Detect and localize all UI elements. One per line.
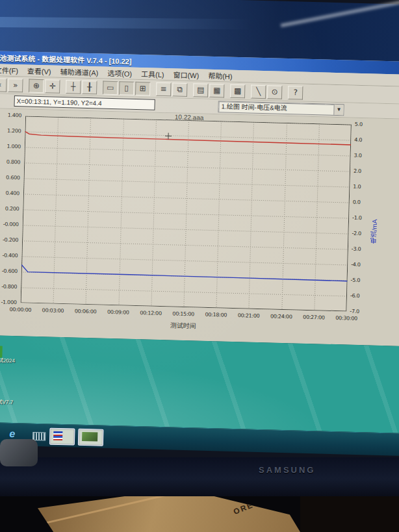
monitor-bezel: SAMSUNG (0, 457, 399, 496)
desktop-icon-label: 电池测试2024 (0, 357, 23, 364)
chart-plot-area[interactable] (21, 116, 352, 311)
desktop-icon-label: 电池测试V7.7 (0, 399, 22, 406)
cursor-vertical-icon: ╂ (87, 82, 92, 91)
pan-tool-button[interactable]: ✛ (45, 79, 60, 94)
y-right-tick-label: 5.0 (355, 121, 374, 128)
y-left-tick-label: 0.600 (0, 174, 20, 181)
grid-toggle-icon: ▩ (234, 86, 242, 95)
y-left-tick-label: 0.400 (0, 190, 19, 196)
x-tick-label: 00:24:00 (264, 313, 298, 320)
y-left-tick-label: 0.200 (0, 205, 19, 212)
table-icon: ▤ (197, 85, 205, 94)
menu-item-7[interactable]: 帮助(H) (203, 70, 237, 81)
plot-type-value: 1.绘图 时间-电压&电流 (218, 101, 333, 115)
chart-svg (21, 116, 352, 311)
x-tick-label: 00:15:00 (166, 310, 200, 317)
y-right-tick-label: 4.0 (354, 137, 374, 144)
y-right-tick-label: -4.0 (351, 262, 370, 268)
layout-grid-icon: ⊞ (140, 84, 146, 93)
nav-back-icon: « (0, 80, 2, 89)
annotate-line-button[interactable]: ╲ (251, 84, 266, 99)
y-left-tick-label: 1.400 (0, 112, 21, 118)
menu-item-3[interactable]: 辅助通道(A) (55, 66, 103, 78)
y-right-tick-label: 1.0 (353, 184, 372, 190)
y-left-tick-label: -0.000 (0, 221, 19, 227)
x-tick-label: 00:06:00 (69, 308, 103, 314)
report-icon: ⧉ (177, 84, 183, 94)
zoom-select-icon: ⊕ (33, 81, 40, 90)
annotate-line-icon: ╲ (256, 86, 261, 95)
y-left-tick-label: 1.000 (0, 143, 21, 149)
plot-type-select[interactable]: 1.绘图 时间-电压&电流 ▼ (218, 101, 344, 116)
nav-forward-icon: » (13, 80, 18, 89)
cursor-horizontal-icon: ┼ (71, 82, 76, 91)
channel-view-button[interactable]: ▦ (209, 83, 225, 97)
x-tick-label: 00:03:00 (36, 307, 70, 314)
scene-shadow (300, 496, 399, 532)
chart-panel: 10.22.aaa 电压/V 电流/mA 测试时间 1.4001.2001.00… (0, 108, 399, 346)
menu-item-2[interactable]: 查看(V) (23, 65, 56, 76)
layout-vertical-icon: ▯ (124, 83, 129, 92)
chevron-down-icon[interactable]: ▼ (333, 105, 343, 115)
y-right-tick-label: -2.0 (352, 231, 371, 237)
app-thumbnail-icon (82, 432, 97, 442)
x-tick-label: 00:27:00 (297, 314, 331, 320)
menu-item-4[interactable]: 选项(O) (103, 68, 136, 79)
y-right-tick-label: -1.0 (352, 215, 372, 222)
data-list-icon: ≡ (161, 84, 167, 93)
layout-single-icon: ▭ (107, 82, 114, 92)
y-left-tick-label: -0.200 (0, 236, 18, 243)
nav-forward-button[interactable]: » (8, 78, 23, 92)
y-left-tick-label: -1.000 (0, 299, 17, 305)
taskbar-app-button-1[interactable] (49, 428, 75, 446)
y-right-tick-label: 3.0 (354, 153, 374, 159)
cursor-vertical-button[interactable]: ╂ (82, 80, 97, 94)
y-left-tick-label: -0.600 (0, 268, 18, 274)
table-button[interactable]: ▤ (193, 83, 209, 97)
desktop-icon-2[interactable]: 电池测试V7.7 (0, 383, 22, 406)
monitor-stand (0, 439, 38, 466)
menu-item-6[interactable]: 窗口(W) (168, 69, 203, 80)
menu-item-1[interactable]: 文件(F) (0, 64, 23, 75)
y-left-tick-label: -0.400 (0, 252, 18, 259)
desktop-icon-1[interactable]: 电池测试2024 (0, 342, 23, 364)
y-left-tick-label: -0.800 (0, 283, 17, 290)
report-button[interactable]: ⧉ (172, 82, 188, 97)
layout-vertical-button[interactable]: ▯ (119, 81, 135, 95)
monitor-brand-logo: SAMSUNG (259, 465, 315, 475)
x-tick-label: 00:12:00 (134, 310, 168, 316)
search-button[interactable]: ⊙ (267, 85, 283, 99)
nav-back-button[interactable]: « (0, 78, 7, 92)
ie-browser-icon[interactable]: e (9, 428, 15, 440)
menu-item-5[interactable]: 工具(L) (136, 68, 169, 79)
data-list-button[interactable]: ≡ (156, 82, 172, 96)
y-left-tick-label: 1.200 (0, 127, 21, 134)
app-window: 电池测试系统 - 数据处理软件 V.7.4 - [10.22] 文件(F)查看(… (0, 51, 399, 346)
search-icon: ⊙ (271, 87, 277, 96)
y-right-tick-label: -3.0 (352, 246, 371, 253)
x-tick-label: 00:30:00 (329, 315, 363, 322)
y-right-tick-label: -5.0 (351, 277, 370, 284)
taskbar-app-button-2[interactable] (78, 429, 104, 446)
cursor-readout: X=00:13:11, Y=1.190, Y2=4.4 (14, 95, 155, 110)
pan-tool-icon: ✛ (49, 81, 56, 90)
layout-single-button[interactable]: ▭ (103, 81, 118, 95)
channel-view-icon: ▦ (213, 86, 221, 95)
y-left-tick-label: 0.800 (0, 158, 20, 165)
app-thumbnail-icon (53, 431, 62, 440)
y-right-tick-label: 0.0 (353, 199, 372, 206)
x-tick-label: 00:09:00 (101, 309, 135, 316)
grid-toggle-button[interactable]: ▩ (230, 84, 246, 98)
layout-grid-button[interactable]: ⊞ (135, 81, 151, 95)
help-button[interactable]: ? (288, 86, 303, 100)
x-tick-label: 00:00:00 (3, 307, 37, 313)
monitor-screen: 电池测试系统 - 数据处理软件 V.7.4 - [10.22] 文件(F)查看(… (0, 0, 399, 457)
x-tick-label: 00:18:00 (199, 312, 233, 318)
y-right-tick-label: 2.0 (354, 168, 373, 175)
desktop: 电池测试2024电池测试V7.7 (0, 335, 399, 433)
help-icon: ? (293, 88, 298, 97)
cursor-horizontal-button[interactable]: ┼ (66, 80, 81, 94)
screen-content: 电池测试系统 - 数据处理软件 V.7.4 - [10.22] 文件(F)查看(… (0, 0, 399, 457)
zoom-select-button[interactable]: ⊕ (29, 79, 44, 93)
y-right-tick-label: -7.0 (350, 309, 369, 315)
